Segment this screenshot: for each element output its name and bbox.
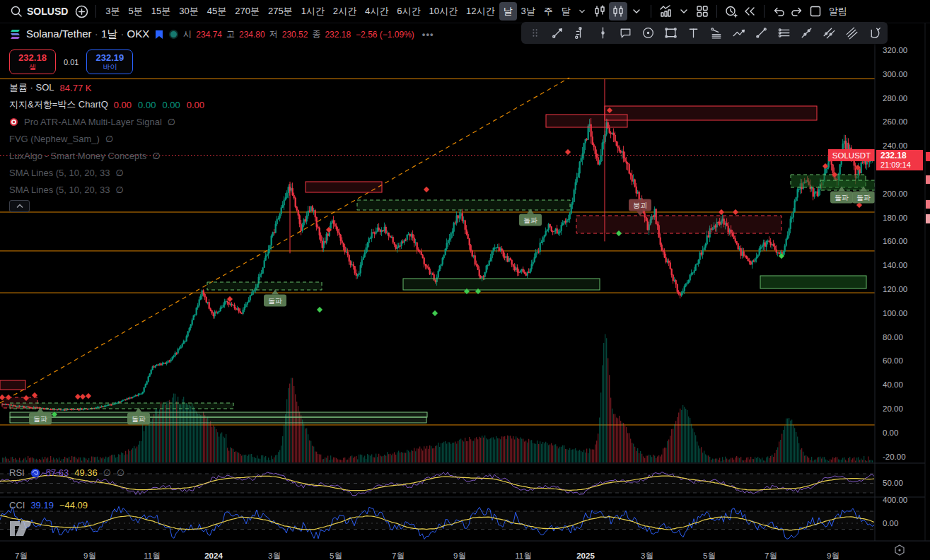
price-axis-label[interactable]: 160.00 xyxy=(883,237,907,245)
symbol-title[interactable]: Solana/Tether · 1날 · OKX xyxy=(26,28,149,41)
supply-zone-box[interactable] xyxy=(0,380,25,390)
timeframe-button[interactable]: 10시간 xyxy=(425,2,462,21)
eye-off-icon[interactable]: ∅ xyxy=(115,185,123,195)
alarm-add-icon[interactable] xyxy=(722,2,740,21)
timeframe-button[interactable]: 주 xyxy=(540,2,557,21)
timeframe-button[interactable]: 275분 xyxy=(264,2,297,21)
price-axis-label[interactable]: 20.00 xyxy=(883,404,903,413)
supply-zone-box[interactable] xyxy=(605,106,817,120)
time-axis-label[interactable]: 3월 xyxy=(641,552,653,560)
demand-zone-box[interactable] xyxy=(357,200,570,210)
more-options-button[interactable]: ••• xyxy=(422,29,434,40)
price-axis-label[interactable]: 80.00 xyxy=(883,333,903,342)
eye-off-icon[interactable]: ∅ xyxy=(117,467,124,478)
time-axis-label[interactable]: 11월 xyxy=(515,552,531,560)
eye-off-icon[interactable]: ∅ xyxy=(103,467,111,478)
timeframe-button[interactable]: 달 xyxy=(557,2,575,21)
time-axis-label[interactable]: 7월 xyxy=(765,552,777,560)
demand-zone-box[interactable] xyxy=(207,282,322,290)
timeframe-button[interactable]: 1시간 xyxy=(297,2,329,21)
ray-icon[interactable] xyxy=(797,25,815,42)
supply-zone-box[interactable] xyxy=(576,216,781,233)
time-axis-label[interactable]: 2024 xyxy=(204,552,223,560)
replay-icon[interactable] xyxy=(740,2,759,21)
demand2-zone-box[interactable] xyxy=(820,180,875,190)
undo-icon[interactable] xyxy=(769,2,788,21)
time-axis-label[interactable]: 7월 xyxy=(15,552,28,560)
drag-handle-icon[interactable] xyxy=(525,25,544,42)
time-axis-label[interactable]: 3월 xyxy=(268,552,281,560)
time-axis-label[interactable]: 9월 xyxy=(827,552,839,560)
chevron-down-icon[interactable] xyxy=(575,2,589,21)
eye-off-icon[interactable]: ∅ xyxy=(152,151,160,161)
fib-vertical-icon[interactable] xyxy=(571,25,589,42)
compare-add-icon[interactable] xyxy=(72,2,91,21)
market-status-icon[interactable] xyxy=(169,30,178,39)
time-axis-label[interactable]: 2025 xyxy=(576,552,595,560)
price-axis-label[interactable]: 200.00 xyxy=(883,189,907,198)
indicators-icon[interactable] xyxy=(656,2,675,21)
demand-zone-box[interactable] xyxy=(403,279,600,290)
timeframe-button[interactable]: 45분 xyxy=(203,2,231,21)
price-axis-label[interactable]: -20.00 xyxy=(883,453,906,461)
timeframe-button[interactable]: 4시간 xyxy=(361,2,393,21)
price-axis-label[interactable]: 320.00 xyxy=(883,46,907,54)
alerts-button[interactable]: 알림 xyxy=(829,5,847,18)
chevron-down-icon[interactable] xyxy=(627,2,646,21)
ellipse-icon[interactable] xyxy=(639,25,657,42)
demand3-zone-box[interactable] xyxy=(10,417,426,423)
comment-icon[interactable] xyxy=(616,25,634,42)
square-icon[interactable] xyxy=(806,2,825,21)
rectangle-icon[interactable] xyxy=(661,25,680,42)
redo-icon[interactable] xyxy=(788,2,806,21)
demand2-zone-box[interactable] xyxy=(760,276,866,288)
timeframe-button[interactable]: 5분 xyxy=(124,2,147,21)
candles-selected-icon[interactable] xyxy=(609,2,627,21)
arc-curve-icon[interactable] xyxy=(865,25,883,42)
rsi-axis-label[interactable]: 50.00 xyxy=(883,479,903,487)
time-axis-label[interactable]: 5월 xyxy=(703,552,716,560)
time-axis-label[interactable]: 11월 xyxy=(144,552,160,560)
timeframe-button[interactable]: 270분 xyxy=(231,2,264,21)
time-axis-label[interactable]: 7월 xyxy=(392,552,405,560)
time-axis-label[interactable]: 5월 xyxy=(330,552,342,560)
price-axis-label[interactable]: 280.00 xyxy=(883,94,907,103)
timeframe-button[interactable]: 6시간 xyxy=(393,2,424,21)
price-axis-label[interactable]: 60.00 xyxy=(883,356,903,365)
price-axis-label[interactable]: 260.00 xyxy=(883,117,907,126)
demand-zone-box[interactable] xyxy=(10,403,233,409)
horizontal-rays-icon[interactable] xyxy=(774,25,793,42)
cci-axis-label[interactable]: 0.00 xyxy=(883,519,898,527)
price-axis-label[interactable]: 240.00 xyxy=(883,141,907,150)
legend-row[interactable]: Pro ATR-ALMA Multi-Layer Signal∅ xyxy=(9,113,204,130)
eye-off-icon[interactable]: ∅ xyxy=(115,168,123,178)
timeframe-button[interactable]: 12시간 xyxy=(462,2,499,21)
time-axis-label[interactable]: 9월 xyxy=(453,552,466,560)
axis-settings-icon[interactable] xyxy=(895,545,904,555)
demand3-zone-box[interactable] xyxy=(10,412,427,417)
timeframe-button[interactable]: 15분 xyxy=(147,2,175,21)
timeframe-button-selected[interactable]: 날 xyxy=(499,2,517,21)
cci-axis-label[interactable]: 400.00 xyxy=(883,496,907,504)
text-icon[interactable] xyxy=(684,25,702,42)
rsi-label[interactable]: RSI xyxy=(9,467,25,478)
search-icon[interactable] xyxy=(7,2,25,21)
legend-row[interactable]: SMA Lines (5, 10, 20, 33∅ xyxy=(9,181,204,198)
buy-button[interactable]: 232.19바이 xyxy=(86,49,133,74)
price-axis-label[interactable]: 0.00 xyxy=(883,428,898,437)
price-axis-label[interactable]: 300.00 xyxy=(883,70,907,78)
candles-icon[interactable] xyxy=(591,2,609,21)
price-axis-label[interactable]: 40.00 xyxy=(883,380,903,389)
legend-row[interactable]: FVG (Nephew_Sam_)∅ xyxy=(9,130,204,147)
zigzag-icon[interactable] xyxy=(729,25,748,42)
eye-off-icon[interactable]: ∅ xyxy=(105,134,113,144)
vertical-line-icon[interactable] xyxy=(593,25,612,42)
trend-arrow-icon[interactable] xyxy=(548,25,566,42)
pitchfan-icon[interactable] xyxy=(707,25,725,42)
legend-row[interactable]: SMA Lines (5, 10, 20, 33∅ xyxy=(9,164,204,181)
time-axis-label[interactable]: 9월 xyxy=(83,552,96,560)
legend-row[interactable]: LuxAlgo - Smart Money Concepts∅ xyxy=(9,147,204,164)
price-axis-label[interactable]: 120.00 xyxy=(883,285,907,293)
parallel-channel-icon[interactable] xyxy=(842,25,861,42)
flag-icon[interactable] xyxy=(154,30,164,40)
